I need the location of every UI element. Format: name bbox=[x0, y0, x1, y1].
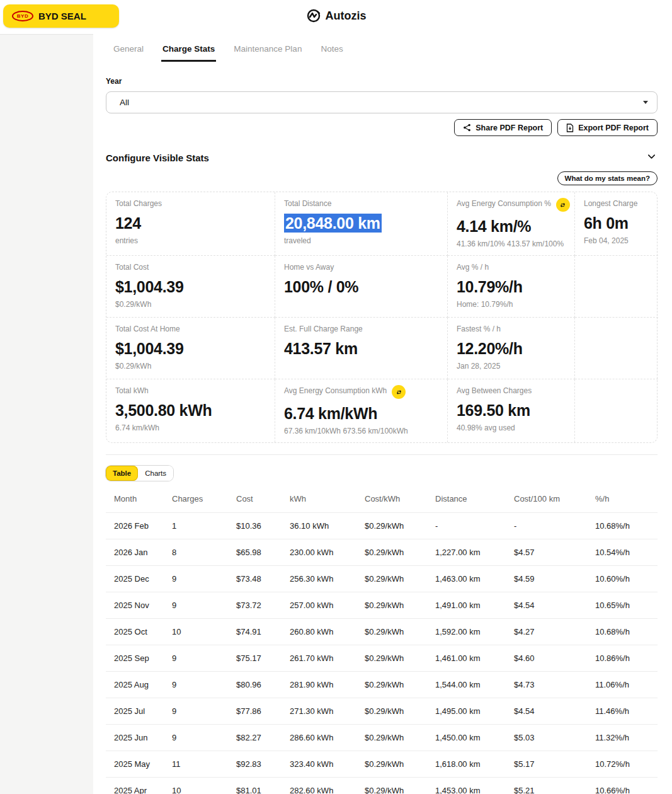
stat-value: 124 bbox=[115, 214, 271, 233]
stat-value: 169.50 km bbox=[457, 401, 571, 420]
table-cell: $92.83 bbox=[236, 751, 290, 778]
stat-subtext: $0.29/kWh bbox=[115, 362, 271, 371]
stat-card-empty bbox=[575, 379, 658, 442]
table-row: 2025 Dec9$73.48256.30 kWh$0.29/kWh1,463.… bbox=[106, 566, 658, 592]
table-cell: $4.54 bbox=[514, 698, 595, 725]
toggle-table[interactable]: Table bbox=[106, 466, 138, 481]
table-row: 2026 Jan8$65.98230.00 kWh$0.29/kWh1,227.… bbox=[106, 539, 658, 566]
table-cell: 1,544.00 km bbox=[435, 672, 514, 698]
autozis-logo-icon bbox=[306, 8, 321, 23]
stat-label: Home vs Away bbox=[284, 263, 334, 272]
stat-label: Total Charges bbox=[115, 199, 162, 209]
tab-general[interactable]: General bbox=[112, 42, 145, 62]
table-cell: 9 bbox=[172, 725, 236, 751]
table-cell: $0.29/kWh bbox=[365, 751, 435, 778]
swap-unit-button[interactable] bbox=[556, 198, 570, 212]
table-cell: 9 bbox=[172, 645, 236, 672]
stat-label: Avg Energy Consumption % bbox=[457, 199, 551, 209]
table-cell: 2025 Sep bbox=[106, 645, 172, 672]
table-cell: $5.03 bbox=[514, 725, 595, 751]
file-icon bbox=[566, 124, 574, 132]
toggle-charts[interactable]: Charts bbox=[138, 466, 173, 481]
tab-maintenance-plan[interactable]: Maintenance Plan bbox=[232, 42, 303, 62]
column-header-charges: Charges bbox=[172, 489, 236, 513]
share-pdf-button[interactable]: Share PDF Report bbox=[454, 119, 552, 136]
table-cell: 2025 May bbox=[106, 751, 172, 778]
table-cell: 1,453.00 km bbox=[435, 778, 514, 794]
table-cell: 10.65%/h bbox=[595, 592, 658, 619]
stat-label: Total Cost At Home bbox=[115, 325, 180, 334]
stat-subtext: 67.36 km/10kWh 673.56 km/100kWh bbox=[284, 427, 443, 435]
table-row: 2025 Aug9$80.96281.90 kWh$0.29/kWh1,544.… bbox=[106, 672, 658, 698]
table-cell: 9 bbox=[172, 698, 236, 725]
stat-label: Total kWh bbox=[115, 386, 149, 396]
stat-value: 413.57 km bbox=[284, 340, 443, 358]
stat-value: 3,500.80 kWh bbox=[115, 401, 271, 420]
table-cell: 286.60 kWh bbox=[290, 725, 365, 751]
vehicle-badge[interactable]: BYD BYD SEAL bbox=[3, 4, 119, 28]
table-cell: $65.98 bbox=[236, 539, 290, 566]
table-cell: $0.29/kWh bbox=[365, 566, 435, 592]
table-cell: 261.70 kWh bbox=[290, 645, 365, 672]
stat-card-est-full-charge-range: Est. Full Charge Range413.57 km bbox=[275, 318, 448, 379]
table-cell: $4.27 bbox=[514, 619, 595, 645]
table-cell: 282.60 kWh bbox=[290, 778, 365, 794]
table-row: 2025 Jun9$82.27286.60 kWh$0.29/kWh1,450.… bbox=[106, 725, 658, 751]
stat-card-avg-energy-consumption: Avg Energy Consumption %4.14 km/%41.36 k… bbox=[448, 192, 575, 256]
table-row: 2025 Apr10$81.01282.60 kWh$0.29/kWh1,453… bbox=[106, 778, 658, 794]
export-pdf-button[interactable]: Export PDF Report bbox=[557, 119, 658, 136]
stat-label: Fastest % / h bbox=[457, 325, 501, 334]
chevron-down-icon[interactable] bbox=[647, 152, 658, 164]
table-cell: - bbox=[514, 513, 595, 539]
table-cell: $10.36 bbox=[236, 513, 290, 539]
table-cell: 1,461.00 km bbox=[435, 645, 514, 672]
byd-logo-icon: BYD bbox=[12, 11, 33, 21]
table-cell: 1,495.00 km bbox=[435, 698, 514, 725]
table-cell: $74.91 bbox=[236, 619, 290, 645]
table-cell: 257.00 kWh bbox=[290, 592, 365, 619]
swap-unit-button[interactable] bbox=[392, 385, 406, 399]
year-select[interactable]: All bbox=[106, 91, 658, 113]
stat-card-total-cost-at-home: Total Cost At Home$1,004.39$0.29/kWh bbox=[106, 318, 275, 379]
table-cell: 281.90 kWh bbox=[290, 672, 365, 698]
table-cell: 271.30 kWh bbox=[290, 698, 365, 725]
stat-subtext: traveled bbox=[284, 236, 443, 245]
table-cell: 1,450.00 km bbox=[435, 725, 514, 751]
configure-stats-title: Configure Visible Stats bbox=[106, 152, 209, 163]
table-cell: 11.32%/h bbox=[595, 725, 658, 751]
stat-label: Est. Full Charge Range bbox=[284, 325, 363, 334]
table-cell: 10.86%/h bbox=[595, 645, 658, 672]
table-row: 2025 Jul9$77.86271.30 kWh$0.29/kWh1,495.… bbox=[106, 698, 658, 725]
stat-card-avg-between-charges: Avg Between Charges169.50 km40.98% avg u… bbox=[448, 379, 575, 442]
stat-value: $1,004.39 bbox=[115, 278, 271, 296]
table-cell: 10.66%/h bbox=[595, 778, 658, 794]
stat-label: Total Cost bbox=[115, 263, 149, 272]
table-cell: $77.86 bbox=[236, 698, 290, 725]
table-cell: $0.29/kWh bbox=[365, 539, 435, 566]
table-cell: 2025 Oct bbox=[106, 619, 172, 645]
app-logo[interactable]: Autozis bbox=[306, 8, 367, 23]
table-cell: 2025 Apr bbox=[106, 778, 172, 794]
table-cell: 10.68%/h bbox=[595, 513, 658, 539]
table-cell: $0.29/kWh bbox=[365, 619, 435, 645]
table-cell: 1,592.00 km bbox=[435, 619, 514, 645]
selected-text: 20,848.00 km bbox=[284, 214, 382, 233]
table-cell: $82.27 bbox=[236, 725, 290, 751]
table-row: 2026 Feb1$10.3636.10 kWh$0.29/kWh--10.68… bbox=[106, 513, 658, 539]
stats-help-button[interactable]: What do my stats mean? bbox=[557, 171, 658, 185]
stat-subtext: 41.36 km/10% 413.57 km/100% bbox=[457, 239, 571, 248]
table-cell: $0.29/kWh bbox=[365, 778, 435, 794]
share-icon bbox=[463, 124, 471, 132]
view-toggle: Table Charts bbox=[106, 466, 173, 481]
stat-value: 100% / 0% bbox=[284, 278, 443, 296]
configure-stats-header[interactable]: Configure Visible Stats bbox=[106, 152, 658, 164]
stat-label: Avg Energy Consumption kWh bbox=[284, 386, 387, 396]
stat-label: Total Distance bbox=[284, 199, 331, 209]
table-cell: $5.17 bbox=[514, 751, 595, 778]
tab-notes[interactable]: Notes bbox=[319, 42, 344, 62]
year-select-value: All bbox=[120, 98, 129, 107]
table-cell: 10.68%/h bbox=[595, 619, 658, 645]
stat-card-empty bbox=[575, 256, 658, 318]
table-row: 2025 Sep9$75.17261.70 kWh$0.29/kWh1,461.… bbox=[106, 645, 658, 672]
tab-charge-stats[interactable]: Charge Stats bbox=[161, 42, 216, 62]
